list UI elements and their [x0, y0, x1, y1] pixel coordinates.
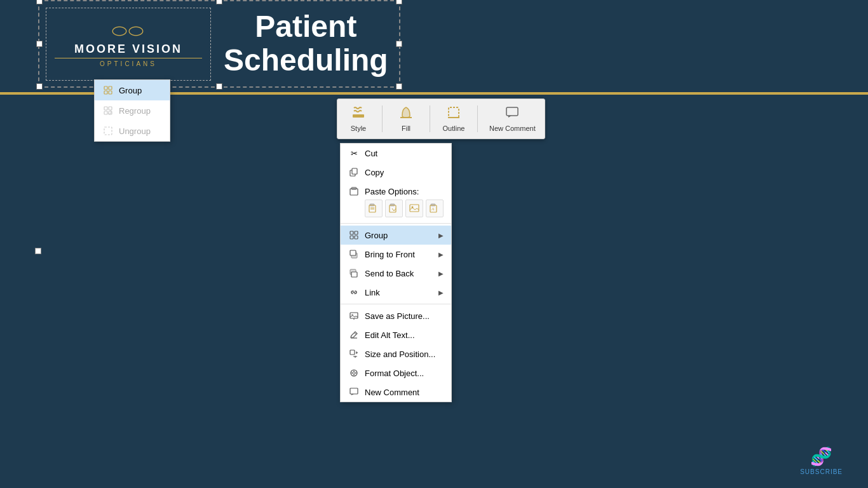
- toolbar-divider-1: [382, 105, 383, 132]
- context-menu-copy[interactable]: Copy: [341, 163, 451, 182]
- resize-handle-mr[interactable]: [396, 41, 402, 47]
- new-comment-menu-label: New Comment: [365, 388, 444, 397]
- paste-btn-4[interactable]: A: [426, 200, 444, 217]
- context-menu-cut[interactable]: ✂ Cut: [341, 144, 451, 163]
- subscribe-badge[interactable]: 🧬 SUBSCRIBE: [800, 446, 843, 475]
- logo-line1: MOORE VISION: [74, 43, 182, 56]
- resize-handle-bm[interactable]: [216, 83, 222, 90]
- context-menu-save-as-picture[interactable]: Save as Picture...: [341, 306, 451, 325]
- context-menu-bring-to-front[interactable]: Bring to Front ▶: [341, 245, 451, 264]
- submenu-ungroup-label: Ungroup: [119, 126, 151, 136]
- svg-rect-45: [350, 388, 358, 394]
- format-object-label: Format Object...: [365, 369, 444, 378]
- svg-rect-23: [355, 236, 358, 239]
- svg-rect-51: [109, 107, 112, 110]
- paste-icon: [348, 186, 360, 197]
- context-menu-edit-alt-text[interactable]: Edit Alt Text...: [341, 325, 451, 344]
- resize-handle-bl[interactable]: [36, 83, 43, 90]
- canvas-area: ⬭⬭ MOORE VISION OPTICIANS Patient Schedu…: [0, 0, 868, 488]
- edit-alt-text-label: Edit Alt Text...: [365, 330, 444, 340]
- group-submenu-arrow: ▶: [438, 232, 444, 239]
- svg-rect-49: [109, 91, 112, 94]
- svg-text:A: A: [431, 207, 435, 212]
- resize-handle-tr[interactable]: [396, 0, 402, 4]
- group-submenu: Group Regroup Ungroup: [94, 79, 170, 142]
- svg-rect-54: [104, 127, 112, 135]
- toolbar-divider-2: [430, 105, 430, 132]
- svg-rect-52: [104, 111, 107, 114]
- svg-rect-48: [104, 91, 107, 94]
- save-as-picture-label: Save as Picture...: [365, 311, 444, 321]
- outline-label: Outline: [443, 125, 465, 132]
- side-selection-handle[interactable]: [35, 248, 41, 254]
- bring-to-front-icon: [348, 248, 360, 260]
- svg-rect-20: [350, 231, 353, 234]
- svg-rect-4: [506, 107, 518, 116]
- paste-btn-3[interactable]: [405, 200, 423, 217]
- style-label: Style: [351, 125, 366, 132]
- link-icon: [348, 287, 360, 298]
- paste-options-label: Paste Options:: [365, 187, 444, 196]
- submenu-ungroup[interactable]: Ungroup: [95, 121, 170, 141]
- cut-label: Cut: [365, 149, 444, 158]
- svg-rect-47: [109, 86, 112, 90]
- fill-label: Fill: [402, 125, 410, 132]
- logo-area: ⬭⬭ MOORE VISION OPTICIANS: [46, 8, 211, 81]
- paste-btn-1[interactable]: [365, 200, 383, 217]
- submenu-regroup[interactable]: Regroup: [95, 100, 170, 121]
- toolbar-outline[interactable]: Outline: [438, 103, 470, 135]
- context-menu-link[interactable]: Link ▶: [341, 283, 451, 302]
- svg-rect-27: [351, 272, 357, 277]
- context-menu-size-and-position[interactable]: Size and Position...: [341, 344, 451, 363]
- subscribe-text: SUBSCRIBE: [800, 468, 843, 475]
- submenu-group[interactable]: Group: [95, 80, 170, 100]
- resize-handle-ml[interactable]: [36, 41, 43, 47]
- header-band[interactable]: ⬭⬭ MOORE VISION OPTICIANS Patient Schedu…: [38, 0, 400, 88]
- svg-line-32: [355, 333, 356, 335]
- svg-rect-6: [352, 168, 357, 174]
- send-to-back-icon: [348, 268, 360, 279]
- svg-rect-22: [350, 236, 353, 239]
- context-menu-group[interactable]: Group ▶: [341, 226, 451, 245]
- send-to-back-label: Send to Back: [365, 269, 431, 278]
- subscribe-icon: 🧬: [810, 446, 832, 467]
- size-position-icon: [348, 348, 360, 360]
- save-as-picture-icon: [348, 310, 360, 322]
- resize-handle-br[interactable]: [396, 83, 402, 90]
- context-menu: ✂ Cut Copy Paste Options:: [340, 143, 452, 402]
- cut-icon: ✂: [348, 147, 360, 159]
- copy-label: Copy: [365, 168, 444, 177]
- svg-rect-29: [350, 313, 358, 318]
- submenu-group-icon: [102, 85, 114, 96]
- toolbar-divider-3: [477, 105, 478, 132]
- resize-handle-tm[interactable]: [216, 0, 222, 4]
- edit-alt-text-icon: [348, 329, 360, 341]
- size-and-position-label: Size and Position...: [365, 349, 444, 359]
- logo-glasses-icon: ⬭⬭: [112, 20, 145, 41]
- context-menu-new-comment[interactable]: New Comment: [341, 383, 451, 402]
- svg-rect-15: [410, 205, 419, 212]
- paste-btn-2[interactable]: [385, 200, 403, 217]
- floating-toolbar: Style Fill Outline: [337, 98, 545, 139]
- format-object-icon: [348, 367, 360, 379]
- context-menu-format-object[interactable]: Format Object...: [341, 363, 451, 383]
- title-area: Patient Scheduling: [211, 10, 401, 78]
- separator-1: [341, 223, 451, 224]
- svg-point-40: [353, 372, 355, 374]
- group-label: Group: [365, 231, 431, 240]
- toolbar-new-comment[interactable]: New Comment: [485, 103, 539, 135]
- resize-handle-tl[interactable]: [36, 0, 43, 4]
- svg-rect-50: [104, 107, 107, 110]
- svg-rect-2: [449, 107, 459, 118]
- outline-icon: [447, 105, 461, 123]
- context-menu-send-to-back[interactable]: Send to Back ▶: [341, 264, 451, 283]
- toolbar-style[interactable]: Style: [342, 103, 374, 135]
- link-arrow: ▶: [438, 289, 444, 296]
- toolbar-fill[interactable]: Fill: [390, 103, 422, 135]
- title-line2: Scheduling: [224, 43, 388, 77]
- style-icon: [351, 105, 365, 123]
- link-label: Link: [365, 288, 431, 297]
- group-icon: [348, 229, 360, 241]
- submenu-group-label: Group: [119, 86, 142, 95]
- title-text: Patient Scheduling: [224, 10, 388, 78]
